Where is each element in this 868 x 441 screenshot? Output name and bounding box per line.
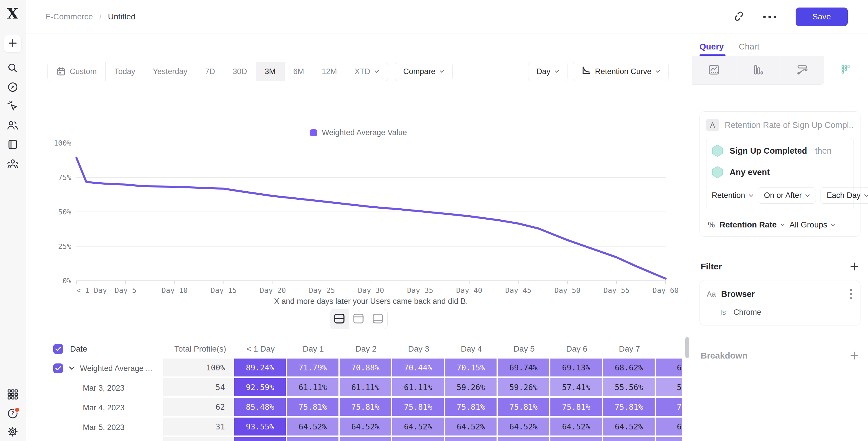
- app-logo[interactable]: X: [7, 6, 18, 21]
- retention-cell[interactable]: 64.52%: [287, 417, 340, 437]
- row-checkbox[interactable]: [53, 344, 63, 354]
- groups-dropdown[interactable]: All Groups: [789, 220, 836, 229]
- column-header-total[interactable]: Total Profile(s): [163, 344, 234, 354]
- dropdown-on-or-after[interactable]: On or After: [758, 187, 816, 204]
- retention-cell[interactable]: 63.83%: [603, 437, 656, 441]
- filter-card[interactable]: Aa Browser Is Chrome: [700, 280, 861, 326]
- retention-line-chart[interactable]: 100%75%50%25%0%< 1 DayDay 5Day 10Day 15D…: [48, 138, 692, 307]
- retention-cell[interactable]: 89.36%: [234, 437, 287, 441]
- expand-chevron-icon[interactable]: [68, 366, 75, 371]
- layout-table-only-button[interactable]: [368, 309, 388, 329]
- measure-dropdown[interactable]: Retention Rate: [719, 220, 785, 229]
- row-label[interactable]: Mar 4, 2023: [83, 403, 124, 412]
- retention-cell[interactable]: 69.74%: [498, 358, 550, 378]
- layout-split-button[interactable]: [330, 309, 349, 329]
- filter-value[interactable]: Chrome: [733, 308, 761, 317]
- retention-cell[interactable]: 64.52%: [498, 417, 550, 437]
- retention-cell[interactable]: 70.15%: [445, 358, 498, 378]
- retention-cell[interactable]: 74: [656, 398, 682, 417]
- breadcrumb-section[interactable]: E-Commerce: [45, 12, 93, 22]
- range-button-12m[interactable]: 12M: [313, 62, 346, 81]
- retention-cell[interactable]: 75.81%: [340, 398, 392, 417]
- retention-cell[interactable]: 85.48%: [234, 398, 287, 417]
- column-header-day[interactable]: Day 3: [392, 344, 445, 354]
- dropdown-retention[interactable]: Retention: [712, 191, 753, 200]
- row-label[interactable]: Mar 5, 2023: [83, 423, 124, 432]
- column-header-day[interactable]: Day 2: [340, 344, 392, 354]
- breadcrumb-page[interactable]: Untitled: [108, 12, 135, 22]
- chart-type-dropdown[interactable]: Retention Curve: [573, 62, 669, 81]
- column-header-day[interactable]: Day 4: [445, 344, 498, 354]
- retention-cell[interactable]: 63.83%: [498, 437, 550, 441]
- explore-nav-button[interactable]: [3, 78, 22, 97]
- retention-cell[interactable]: 68.62%: [603, 358, 656, 378]
- event-row-1[interactable]: Sign Up Completed then: [712, 145, 848, 157]
- column-header-day[interactable]: < 1 Day: [234, 344, 287, 354]
- retention-cell[interactable]: 89.24%: [234, 358, 287, 378]
- range-button-6m[interactable]: 6M: [285, 62, 313, 81]
- search-nav-button[interactable]: [3, 59, 22, 78]
- retention-cell[interactable]: 75.81%: [498, 398, 550, 417]
- retention-cell[interactable]: 64.52%: [392, 417, 445, 437]
- retention-cell[interactable]: 75.81%: [392, 398, 445, 417]
- query-title[interactable]: Retention Rate of Sign Up Compl...: [725, 120, 854, 130]
- filter-menu-button[interactable]: [849, 288, 853, 301]
- more-options-button[interactable]: [763, 15, 776, 18]
- column-header-day[interactable]: Day 1: [287, 344, 340, 354]
- column-header-day[interactable]: Day 6: [550, 344, 603, 354]
- retention-cell[interactable]: 75.81%: [287, 398, 340, 417]
- help-button[interactable]: ?: [3, 405, 22, 423]
- layout-chart-only-button[interactable]: [349, 309, 368, 329]
- tab-retention-grid[interactable]: [824, 56, 868, 85]
- tab-flow-chart[interactable]: [780, 56, 824, 85]
- copy-link-button[interactable]: [731, 9, 747, 25]
- cohorts-nav-button[interactable]: [3, 155, 22, 174]
- event-row-2[interactable]: Any event: [712, 166, 848, 179]
- retention-cell[interactable]: 55.56%: [603, 378, 656, 398]
- column-header-day[interactable]: Day 7: [603, 344, 656, 354]
- retention-cell[interactable]: 70.44%: [392, 358, 445, 378]
- retention-cell[interactable]: 75.81%: [445, 398, 498, 417]
- retention-cell[interactable]: 64: [656, 417, 682, 437]
- events-nav-button[interactable]: [3, 97, 22, 116]
- tab-query[interactable]: Query: [700, 42, 724, 56]
- add-filter-button[interactable]: [849, 261, 859, 272]
- retention-cell[interactable]: 64.52%: [445, 417, 498, 437]
- range-button-today[interactable]: Today: [106, 62, 144, 81]
- retention-cell[interactable]: 70.88%: [340, 358, 392, 378]
- create-new-button[interactable]: [4, 35, 22, 53]
- apps-button[interactable]: [3, 385, 22, 405]
- compare-button[interactable]: Compare: [395, 62, 453, 81]
- retention-cell[interactable]: 63: [656, 437, 682, 441]
- retention-cell[interactable]: 57.41%: [550, 378, 603, 398]
- retention-cell[interactable]: 64.52%: [550, 417, 603, 437]
- retention-cell[interactable]: 68: [656, 358, 682, 378]
- tab-bar-chart[interactable]: [736, 56, 781, 85]
- range-button-xtd[interactable]: XTD: [346, 62, 388, 81]
- retention-cell[interactable]: 75.81%: [603, 398, 656, 417]
- retention-cell[interactable]: 55: [656, 378, 682, 398]
- retention-cell[interactable]: 92.59%: [234, 378, 287, 398]
- retention-cell[interactable]: 61.11%: [287, 378, 340, 398]
- tab-chart[interactable]: Chart: [739, 42, 760, 56]
- range-button-3m[interactable]: 3M: [256, 62, 285, 81]
- save-button[interactable]: Save: [796, 7, 848, 26]
- column-header-day[interactable]: Day 5: [498, 344, 550, 354]
- retention-cell[interactable]: 65.96%: [340, 437, 392, 441]
- retention-cell[interactable]: 68.09%: [287, 437, 340, 441]
- retention-cell[interactable]: 63.83%: [392, 437, 445, 441]
- add-breakdown-button[interactable]: [849, 351, 859, 360]
- range-button-7d[interactable]: 7D: [196, 62, 224, 81]
- range-button-yesterday[interactable]: Yesterday: [144, 62, 196, 81]
- row-label[interactable]: Mar 3, 2023: [83, 384, 124, 393]
- row-label[interactable]: Weighted Average ...: [80, 364, 152, 373]
- retention-cell[interactable]: 59.26%: [498, 378, 550, 398]
- chart-legend[interactable]: Weighted Average Value: [26, 128, 692, 137]
- notebook-nav-button[interactable]: [3, 135, 22, 155]
- filter-property[interactable]: Browser: [721, 289, 755, 299]
- tab-line-chart[interactable]: [692, 56, 736, 85]
- retention-cell[interactable]: 63.83%: [445, 437, 498, 441]
- retention-cell[interactable]: 75.81%: [550, 398, 603, 417]
- retention-cell[interactable]: 59.26%: [445, 378, 498, 398]
- dropdown-each-day[interactable]: Each Day: [820, 187, 868, 204]
